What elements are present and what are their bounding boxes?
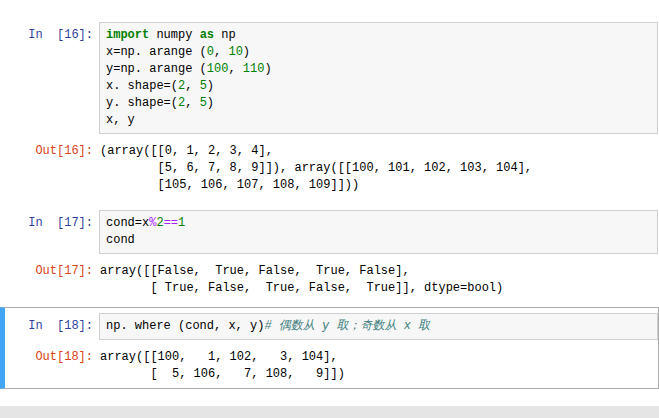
input-row: In [16]: import numpy as npx=np. arange … bbox=[5, 22, 658, 134]
input-prompt: In [16]: bbox=[5, 22, 93, 44]
output-prompt: Out[17]: bbox=[5, 263, 93, 280]
code-cell-18-selected[interactable]: In [18]: np. where (cond, x, y)# 偶数从 y 取… bbox=[0, 307, 659, 389]
input-row: In [18]: np. where (cond, x, y)# 偶数从 y 取… bbox=[5, 313, 658, 340]
code-cell-16[interactable]: In [16]: import numpy as npx=np. arange … bbox=[0, 16, 659, 200]
code-line: cond bbox=[106, 232, 653, 249]
output-row: Out[16]: (array([[0, 1, 2, 3, 4], [5, 6,… bbox=[5, 143, 658, 194]
code-line: import numpy as np bbox=[106, 27, 653, 44]
output-row: Out[18]: array([[100, 1, 102, 3, 104], [… bbox=[5, 349, 658, 383]
code-line: np. where (cond, x, y)# 偶数从 y 取；奇数从 x 取 bbox=[106, 318, 653, 335]
code-line: x=np. arange (0, 10) bbox=[106, 44, 653, 61]
input-prompt: In [17]: bbox=[5, 210, 93, 232]
output-prompt: Out[16]: bbox=[5, 143, 93, 160]
code-editor[interactable]: cond=x%2==1cond bbox=[99, 210, 658, 254]
output-text: array([[100, 1, 102, 3, 104], [ 5, 106, … bbox=[100, 349, 658, 383]
code-editor[interactable]: import numpy as npx=np. arange (0, 10)y=… bbox=[99, 22, 658, 134]
output-text: array([[False, True, False, True, False]… bbox=[100, 263, 658, 297]
output-row: Out[17]: array([[False, True, False, Tru… bbox=[5, 263, 658, 297]
input-prompt: In [18]: bbox=[5, 313, 93, 335]
input-row: In [17]: cond=x%2==1cond bbox=[5, 210, 658, 254]
output-text: (array([[0, 1, 2, 3, 4], [5, 6, 7, 8, 9]… bbox=[100, 143, 658, 194]
notebook: In [16]: import numpy as npx=np. arange … bbox=[0, 0, 659, 389]
code-line: x, y bbox=[106, 112, 653, 129]
code-line: cond=x%2==1 bbox=[106, 215, 653, 232]
code-cell-17[interactable]: In [17]: cond=x%2==1cond Out[17]: array(… bbox=[0, 204, 659, 303]
output-prompt: Out[18]: bbox=[5, 349, 93, 366]
next-cell-input-partial[interactable] bbox=[0, 406, 659, 418]
code-editor[interactable]: np. where (cond, x, y)# 偶数从 y 取；奇数从 x 取 bbox=[99, 313, 658, 340]
code-line: y. shape=(2, 5) bbox=[106, 95, 653, 112]
code-line: y=np. arange (100, 110) bbox=[106, 61, 653, 78]
code-line: x. shape=(2, 5) bbox=[106, 78, 653, 95]
